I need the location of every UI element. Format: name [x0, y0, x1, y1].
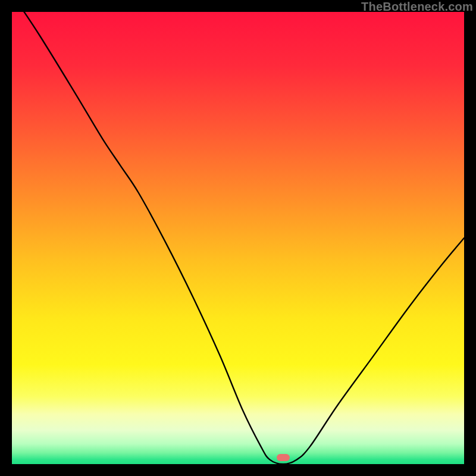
attribution-text: TheBottleneck.com — [361, 0, 473, 14]
chart-frame: TheBottleneck.com — [0, 0, 476, 476]
plot-area — [12, 12, 464, 464]
optimal-marker — [277, 454, 290, 461]
bottleneck-curve — [12, 12, 464, 464]
